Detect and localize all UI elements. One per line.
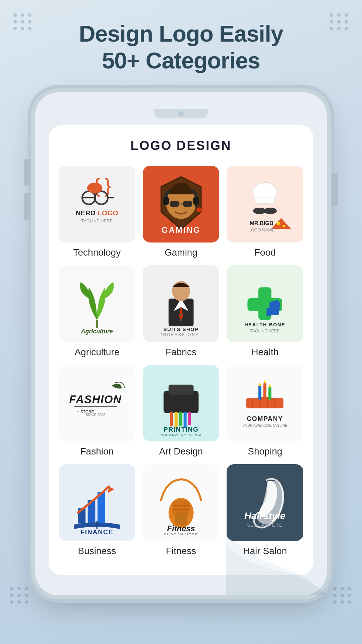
svg-rect-50 (179, 412, 182, 426)
svg-rect-78 (175, 513, 187, 525)
svg-rect-10 (163, 197, 169, 205)
svg-text:PRINTING: PRINTING (164, 426, 199, 433)
svg-marker-65 (268, 384, 272, 387)
svg-text:NERD LOGO: NERD LOGO (76, 209, 118, 216)
svg-text:MR.BIGB: MR.BIGB (250, 220, 274, 226)
svg-rect-11 (193, 197, 199, 205)
svg-text:TAGLINE HERE: TAGLINE HERE (81, 218, 113, 223)
svg-marker-61 (258, 382, 261, 385)
category-label-artdesign: Art Design (159, 446, 203, 457)
dots-top-right (330, 13, 349, 30)
category-label-technology: Technology (73, 247, 121, 258)
svg-text:FASHION: FASHION (69, 393, 122, 406)
svg-text:HEALTH BONE: HEALTH BONE (245, 322, 286, 328)
svg-rect-12 (170, 201, 179, 207)
category-card-business: FINANCE (59, 464, 135, 541)
category-label-fabrics: Fabrics (166, 347, 196, 358)
dots-bottom-left (10, 587, 29, 604)
category-label-gaming: Gaming (165, 247, 197, 258)
svg-text:PROFESSIONAL: PROFESSIONAL (160, 333, 203, 336)
app-title: LOGO DESIGN (59, 139, 303, 153)
category-card-food: MR.BIGB LOGO NAME (227, 166, 303, 243)
svg-point-16 (196, 207, 201, 212)
svg-text:YOUR PROJECT IS OUR: YOUR PROJECT IS OUR (161, 434, 201, 436)
category-label-agriculture: Agriculture (74, 347, 119, 358)
svg-text:SLOGAN HERE: SLOGAN HERE (164, 533, 198, 535)
svg-text:FINANCE: FINANCE (81, 528, 114, 535)
svg-rect-48 (170, 412, 173, 426)
category-item-gaming[interactable]: GAMING Gaming (143, 166, 220, 258)
phone-notch (154, 109, 208, 118)
svg-text:COMPANY: COMPANY (247, 415, 283, 422)
category-item-fitness[interactable]: Fitness SLOGAN HERE Fitness (143, 464, 220, 556)
svg-point-32 (180, 314, 182, 316)
category-label-food: Food (254, 247, 276, 258)
category-label-business: Business (78, 546, 116, 556)
category-card-health: HEALTH BONE TAGLINE HERE (227, 265, 303, 342)
category-item-health[interactable]: HEALTH BONE TAGLINE HERE Health (227, 265, 303, 358)
svg-rect-64 (268, 387, 272, 399)
svg-text:Agriculture: Agriculture (81, 328, 113, 335)
category-item-fabrics[interactable]: SUITS SHOP PROFESSIONAL Fabrics (143, 265, 220, 358)
hero-title: Design Logo Easily 50+ Categories (59, 20, 303, 74)
category-label-fitness: Fitness (166, 546, 196, 556)
svg-rect-52 (188, 412, 191, 425)
phone-frame: LOGO DESIGN { } NERD LOGO TAGLINE HERE T… (35, 92, 327, 595)
svg-rect-49 (175, 412, 178, 428)
svg-text:SINCE 2022: SINCE 2022 (86, 413, 105, 417)
category-card-fabrics: SUITS SHOP PROFESSIONAL (143, 265, 220, 342)
wave-decoration (226, 495, 327, 595)
category-item-business[interactable]: FINANCE Business (59, 464, 135, 556)
svg-rect-60 (258, 386, 261, 400)
svg-rect-38 (267, 308, 271, 316)
category-item-agriculture[interactable]: Agriculture Agriculture (59, 265, 135, 358)
category-item-food[interactable]: MR.BIGB LOGO NAME Food (227, 166, 303, 258)
svg-point-24 (283, 225, 285, 227)
category-label-fashion: Fashion (80, 446, 114, 457)
category-card-gaming: GAMING (143, 166, 220, 243)
svg-rect-13 (183, 201, 192, 207)
svg-rect-62 (263, 383, 266, 399)
category-label-shopping: Shoping (248, 446, 282, 457)
category-card-fitness: Fitness SLOGAN HERE (143, 464, 220, 541)
svg-rect-51 (183, 412, 186, 428)
category-card-artdesign: PRINTING YOUR PROJECT IS OUR (143, 365, 220, 442)
svg-marker-63 (263, 380, 266, 383)
svg-text:LOGO NAME: LOGO NAME (249, 227, 275, 232)
category-card-fashion: FASHION + STORE SINCE 2022 (59, 365, 135, 442)
svg-rect-47 (169, 385, 194, 395)
dots-bottom-right (333, 587, 352, 604)
category-item-fashion[interactable]: FASHION + STORE SINCE 2022 Fashion (59, 365, 135, 457)
category-card-shopping: COMPANY YOUR AWESOME TAGLINE (227, 365, 303, 442)
category-item-artdesign[interactable]: PRINTING YOUR PROJECT IS OUR Art Design (143, 365, 220, 457)
svg-point-21 (264, 208, 277, 214)
svg-text:SUITS SHOP: SUITS SHOP (163, 327, 198, 332)
svg-text:Fitness: Fitness (167, 524, 195, 533)
svg-text:TAGLINE HERE: TAGLINE HERE (250, 329, 280, 333)
category-card-agriculture: Agriculture (59, 265, 135, 342)
svg-point-33 (180, 319, 182, 321)
category-card-technology: { } NERD LOGO TAGLINE HERE (59, 166, 135, 243)
svg-rect-19 (255, 198, 275, 203)
svg-point-23 (277, 222, 280, 225)
category-item-shopping[interactable]: COMPANY YOUR AWESOME TAGLINE Shoping (227, 365, 303, 457)
dots-top-left (13, 13, 32, 30)
svg-marker-71 (108, 486, 114, 493)
category-label-health: Health (251, 347, 279, 358)
svg-text:GAMING: GAMING (162, 225, 200, 234)
svg-point-6 (87, 182, 102, 193)
category-item-technology[interactable]: { } NERD LOGO TAGLINE HERE Technology (59, 166, 135, 258)
svg-text:YOUR AWESOME TAGLINE: YOUR AWESOME TAGLINE (243, 424, 287, 427)
